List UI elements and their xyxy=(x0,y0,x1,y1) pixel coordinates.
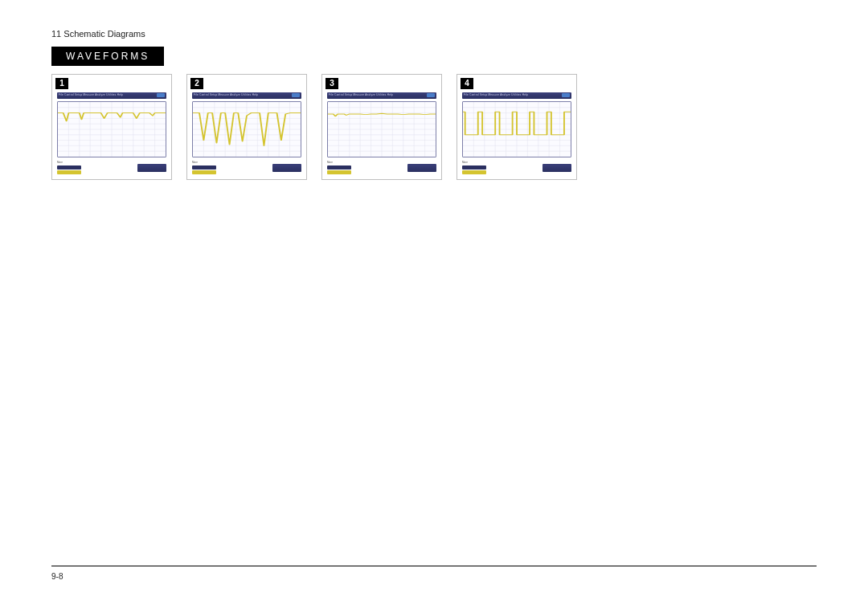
scope-menu: File Control Setup Measure Analyze Utili… xyxy=(194,93,258,96)
scope-channel-chip xyxy=(192,166,216,170)
scope-screenshot: File Control Setup Measure Analyze Utili… xyxy=(52,75,171,179)
scope-footer-text: More xyxy=(192,161,216,164)
scope-run-button xyxy=(157,93,165,97)
waveform-card: 3File Control Setup Measure Analyze Util… xyxy=(321,74,442,180)
scope-screenshot: File Control Setup Measure Analyze Utili… xyxy=(187,75,306,179)
scope-screenshot: File Control Setup Measure Analyze Utili… xyxy=(322,75,441,179)
scope-plot xyxy=(57,101,166,157)
footer-rule xyxy=(51,566,817,566)
scope-channel-chip xyxy=(327,170,351,174)
scope-toolbar: File Control Setup Measure Analyze Utili… xyxy=(57,92,166,99)
scope-plot xyxy=(462,101,571,157)
waveform-number-badge: 3 xyxy=(326,78,338,89)
scope-run-button xyxy=(292,93,300,97)
scope-toolbar: File Control Setup Measure Analyze Utili… xyxy=(462,92,571,99)
scope-plot xyxy=(327,101,436,157)
page-number: 9-8 xyxy=(51,572,63,581)
scope-footer-text: More xyxy=(327,161,351,164)
scope-status-panel xyxy=(137,164,166,172)
scope-channel-chip xyxy=(462,166,486,170)
waveform-number-badge: 1 xyxy=(55,78,68,89)
waveform-card: 4File Control Setup Measure Analyze Util… xyxy=(457,74,577,180)
scope-channel-chip xyxy=(57,170,81,174)
scope-run-button xyxy=(562,93,570,97)
scope-channel-chip xyxy=(192,170,216,174)
waveform-number-badge: 4 xyxy=(461,78,473,89)
scope-screenshot: File Control Setup Measure Analyze Utili… xyxy=(457,75,576,179)
scope-footer: More xyxy=(192,161,301,174)
waveform-card: 2File Control Setup Measure Analyze Util… xyxy=(186,74,307,180)
waveform-card: 1File Control Setup Measure Analyze Util… xyxy=(51,74,172,180)
scope-menu: File Control Setup Measure Analyze Utili… xyxy=(329,93,393,96)
scope-channel-chip xyxy=(57,166,81,170)
scope-menu: File Control Setup Measure Analyze Utili… xyxy=(59,93,123,96)
scope-plot xyxy=(192,101,301,157)
scope-status-panel xyxy=(272,164,301,172)
scope-menu: File Control Setup Measure Analyze Utili… xyxy=(464,93,528,96)
scope-run-button xyxy=(427,93,435,97)
scope-footer: More xyxy=(57,161,166,174)
scope-footer-text: More xyxy=(462,161,486,164)
scope-footer: More xyxy=(327,161,436,174)
waveform-grid: 1File Control Setup Measure Analyze Util… xyxy=(51,74,817,180)
scope-channel-chip xyxy=(462,170,486,174)
waveform-number-badge: 2 xyxy=(190,78,203,89)
scope-toolbar: File Control Setup Measure Analyze Utili… xyxy=(192,92,301,99)
scope-status-panel xyxy=(407,164,436,172)
scope-status-panel xyxy=(542,164,571,172)
document-page: 11 Schematic Diagrams WAVEFORMS 1File Co… xyxy=(0,0,868,613)
scope-footer: More xyxy=(462,161,571,174)
scope-channel-chip xyxy=(327,166,351,170)
section-title: WAVEFORMS xyxy=(51,47,164,66)
scope-toolbar: File Control Setup Measure Analyze Utili… xyxy=(327,92,436,99)
breadcrumb: 11 Schematic Diagrams xyxy=(51,29,817,39)
scope-footer-text: More xyxy=(57,161,81,164)
